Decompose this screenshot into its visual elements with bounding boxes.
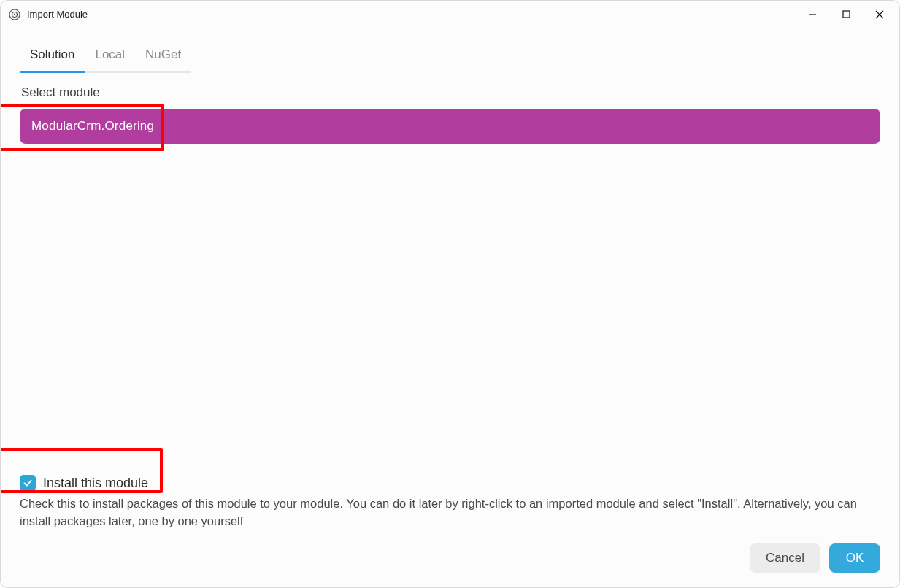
titlebar: Import Module [1,1,899,28]
svg-point-2 [14,13,15,15]
dialog-buttons: Cancel OK [20,543,880,573]
maximize-button[interactable] [829,1,863,28]
app-icon [8,8,21,21]
install-check-row: Install this module [20,475,880,491]
svg-rect-4 [843,11,850,18]
tab-solution[interactable]: Solution [20,42,85,73]
bottom-area: Install this module Check this to instal… [20,475,880,576]
minimize-button[interactable] [796,1,829,28]
install-checkbox[interactable] [20,475,36,491]
tab-local[interactable]: Local [85,42,135,73]
select-module-label: Select module [21,85,880,100]
window-title: Import Module [27,9,88,20]
window-controls [796,1,896,28]
ok-button[interactable]: OK [829,543,880,573]
install-help-text: Check this to install packages of this m… [20,495,866,530]
cancel-button[interactable]: Cancel [750,543,820,573]
tab-nuget[interactable]: NuGet [135,42,191,73]
dialog-body: Solution Local NuGet Select module Modul… [1,28,899,587]
tabs: Solution Local NuGet [20,42,880,74]
module-list: ModularCrm.Ordering [20,109,880,144]
import-module-window: Import Module Solution Local NuGet S [0,0,900,588]
close-button[interactable] [863,1,896,28]
module-row[interactable]: ModularCrm.Ordering [20,109,880,144]
install-checkbox-label[interactable]: Install this module [43,476,148,491]
